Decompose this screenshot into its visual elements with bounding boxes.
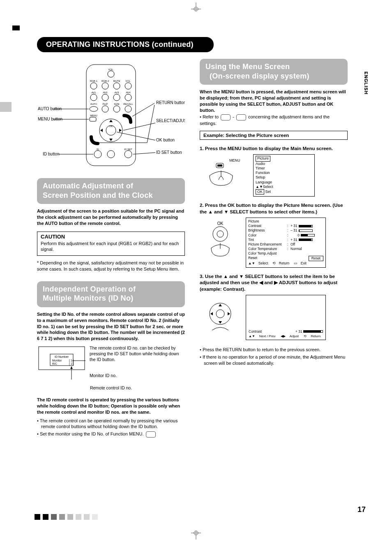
svg-text:RETURN buttons: RETURN buttons xyxy=(156,100,185,105)
svg-text:AUTO: AUTO xyxy=(90,103,97,105)
svg-text:SELECT/ADJUST buttons: SELECT/ADJUST buttons xyxy=(156,118,185,123)
auto-adjust-note: * Depending on the signal, satisfactory … xyxy=(37,260,185,272)
press-nav-illustration xyxy=(200,296,241,338)
svg-marker-43 xyxy=(119,129,122,132)
svg-point-33 xyxy=(113,106,120,112)
remote-id-caption: Remote control ID no. xyxy=(37,385,185,390)
svg-rect-36 xyxy=(90,117,96,121)
press-menu-illustration: MENU xyxy=(200,156,245,194)
section-heading-id-no: Independent Operation ofMultiple Monitor… xyxy=(37,281,185,307)
svg-text:ID Number: ID Number xyxy=(55,355,69,358)
contrast-osd: Contrast+ 31 ▲▼Next / Prev ◀▶Adjust ⟲Ret… xyxy=(246,295,326,340)
step-2: 2. Press the OK button to display the Pi… xyxy=(200,202,348,215)
svg-text:OK: OK xyxy=(109,125,113,127)
svg-text:AV3: AV3 xyxy=(115,91,120,94)
page-number: 17 xyxy=(357,505,366,514)
svg-text:ID SET: ID SET xyxy=(124,148,132,151)
section-heading-menu-screen: Using the Menu Screen (On-screen display… xyxy=(200,59,348,85)
svg-point-47 xyxy=(125,151,132,158)
picture-menu-osd: Picture Contrast:+ 31 Brightness:– 31 Co… xyxy=(246,218,326,267)
svg-text:AUTO button: AUTO button xyxy=(38,107,62,111)
idno-bullet-2: Set the monitor using the ID No. of Func… xyxy=(37,431,185,438)
svg-marker-42 xyxy=(100,129,103,132)
crop-mark-bottom xyxy=(184,530,208,540)
page-ref-icon xyxy=(221,114,231,120)
svg-point-80 xyxy=(213,227,228,241)
menu-refer: • Refer to - concerning the adjustment i… xyxy=(200,114,348,126)
svg-text:AV1: AV1 xyxy=(92,91,97,94)
svg-text:RGB 2: RGB 2 xyxy=(101,80,109,82)
svg-marker-86 xyxy=(219,321,222,324)
svg-text:MUTE: MUTE xyxy=(113,80,120,82)
svg-marker-41 xyxy=(109,139,113,141)
auto-adjust-body: Adjustment of the screen to a position s… xyxy=(37,208,185,227)
svg-point-23 xyxy=(90,94,97,101)
svg-text:OK: OK xyxy=(217,221,224,226)
language-tab: ENGLISH xyxy=(363,70,369,96)
svg-point-48 xyxy=(107,151,115,158)
press-ok-illustration: OK xyxy=(200,219,241,261)
main-menu-osd: Picture Audio Timer Function Setup Langu… xyxy=(253,154,315,197)
svg-text:[ 1 ]: [ 1 ] xyxy=(69,362,74,366)
step-3: 3. Use the ▲ and ▼ SELECT buttons to sel… xyxy=(200,273,348,293)
svg-point-32 xyxy=(102,106,108,112)
remote-diagram: VOL. RGB 1RGB 2MUTEVOL. AV1AV2AV3AV4 AUT… xyxy=(37,61,185,172)
svg-text:MENU: MENU xyxy=(229,158,240,162)
svg-text:AV2: AV2 xyxy=(103,91,108,94)
svg-marker-40 xyxy=(109,120,113,122)
svg-point-37 xyxy=(99,119,122,142)
svg-point-16 xyxy=(102,83,108,89)
svg-line-57 xyxy=(147,105,154,143)
svg-point-46 xyxy=(94,151,101,158)
menu-intro: When the MENU button is pressed, the adj… xyxy=(200,89,348,113)
svg-text:ID: ID xyxy=(97,148,99,151)
svg-text:MENU: MENU xyxy=(90,114,97,117)
svg-text:MENU button: MENU button xyxy=(38,117,62,121)
svg-point-31 xyxy=(90,107,98,111)
idno-check-text: The remote control ID no. can be checked… xyxy=(90,345,185,378)
svg-marker-85 xyxy=(219,304,222,306)
svg-point-15 xyxy=(90,83,97,89)
svg-text:R/C: R/C xyxy=(52,362,57,365)
menu-bullet-1: Press the RETURN button to return to the… xyxy=(200,347,348,353)
idno-body2: The ID remote control is operated by pre… xyxy=(37,397,185,415)
svg-text:RGB 1: RGB 1 xyxy=(90,80,98,82)
svg-line-61 xyxy=(117,132,155,140)
svg-text:OK button: OK button xyxy=(156,138,175,142)
svg-text:ID button: ID button xyxy=(43,152,60,156)
svg-text:SIZE: SIZE xyxy=(114,103,119,105)
idno-bullet-1: The remote control can be operated norma… xyxy=(37,418,185,430)
step-1: 1. Press the MENU button to display the … xyxy=(200,146,348,152)
idno-body: Setting the ID No. of the remote control… xyxy=(37,311,185,342)
svg-marker-74 xyxy=(70,366,73,369)
svg-text:RECALL: RECALL xyxy=(123,103,133,105)
svg-text:PinP: PinP xyxy=(103,103,108,105)
caution-box: CAUTION Perform this adjustment for each… xyxy=(37,232,185,256)
svg-point-18 xyxy=(125,83,131,89)
svg-point-84 xyxy=(216,310,224,318)
id-osd-diagram: ID Number Monitor [ 1 ] R/C [ 1 ] xyxy=(37,345,86,383)
svg-text:ID SET button: ID SET button xyxy=(156,150,182,155)
svg-marker-88 xyxy=(228,312,230,315)
menu-bullet-2: If there is no operation for a period of… xyxy=(200,354,348,366)
section-heading-auto-adjust: Automatic Adjustment ofScreen Position a… xyxy=(37,178,185,204)
svg-text:AV4: AV4 xyxy=(126,91,131,94)
svg-rect-65 xyxy=(39,347,85,370)
svg-point-81 xyxy=(217,231,224,237)
svg-text:VOL.: VOL. xyxy=(108,68,114,71)
svg-rect-77 xyxy=(217,164,222,167)
page-ref-icon xyxy=(236,114,246,120)
svg-marker-87 xyxy=(210,312,213,315)
svg-point-17 xyxy=(113,83,120,89)
page-ref-icon xyxy=(146,431,156,438)
svg-text:Monitor: Monitor xyxy=(52,359,62,362)
svg-point-34 xyxy=(125,106,131,112)
svg-point-25 xyxy=(113,94,120,101)
svg-point-10 xyxy=(108,71,114,77)
svg-point-24 xyxy=(102,94,108,101)
example-box: Example: Selecting the Picture screen xyxy=(200,131,348,140)
svg-text:VOL.: VOL. xyxy=(125,80,131,82)
page-title-pill: OPERATING INSTRUCTIONS (continued) xyxy=(37,37,214,52)
svg-line-63 xyxy=(133,153,155,154)
svg-line-59 xyxy=(123,123,155,130)
